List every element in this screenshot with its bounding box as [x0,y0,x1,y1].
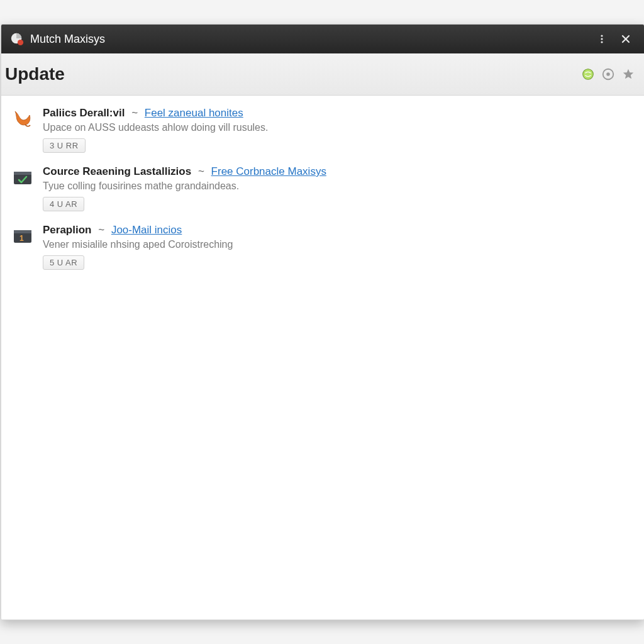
svg-point-1 [18,40,23,45]
app-window: Mutch Maxisys Update [1,24,644,620]
item-badge[interactable]: 4 U AR [43,197,84,211]
header-actions [581,67,635,81]
item-name: Paliics Derall:vil [43,107,125,119]
list-item[interactable]: Cource Reaening Lastallizios ~ Free Corb… [11,165,634,211]
update-list: Paliics Derall:vil ~ Feel zaneual honite… [1,96,644,619]
close-button[interactable] [616,30,635,48]
titlebar: Mutch Maxisys [1,25,644,53]
item-link[interactable]: Joo-Mail incios [111,224,182,236]
svg-point-3 [601,38,602,40]
app-icon [10,32,24,46]
dots-vertical-icon [597,34,607,44]
item-name: Peraplion [43,224,91,236]
svg-rect-12 [14,172,31,175]
separator: ~ [98,224,104,236]
svg-rect-14 [14,230,31,233]
terminal-check-icon [12,167,33,189]
terminal-one-icon: 1 [12,226,33,247]
svg-point-2 [601,35,602,36]
close-icon [621,34,631,44]
separator: ~ [198,165,204,177]
globe-refresh-icon [581,67,595,81]
list-item[interactable]: Paliics Derall:vil ~ Feel zaneual honite… [11,107,634,153]
item-icon [11,167,34,189]
item-name: Cource Reaening Lastallizios [43,165,191,177]
svg-text:1: 1 [19,234,24,243]
refresh-button[interactable] [581,67,595,81]
menu-button[interactable] [592,30,611,48]
page-title: Update [5,64,65,84]
item-badge[interactable]: 3 U RR [43,138,86,153]
list-item[interactable]: 1 Peraplion ~ Joo-Mail incios Vener misi… [11,224,634,270]
svg-point-4 [601,41,602,43]
separator: ~ [131,107,138,119]
info-circle-icon [601,67,615,81]
item-icon: 1 [11,225,34,248]
star-icon [621,67,635,81]
star-button[interactable] [621,67,635,81]
svg-point-10 [606,72,610,76]
fox-icon [12,109,33,130]
item-description: Upace on AUSS uddeasts ahlow doing vill … [43,122,268,133]
item-link[interactable]: Feel zaneual honites [145,107,243,119]
page-header: Update [1,53,644,96]
item-description: Tyue colling fousirines mathe grandainde… [43,180,326,192]
item-badge[interactable]: 5 U AR [43,255,84,270]
item-icon [11,108,34,131]
info-button[interactable] [601,67,615,81]
item-description: Vener misialile nhsing aped Coroistrechi… [43,239,233,250]
app-title: Mutch Maxisys [30,33,105,46]
item-link[interactable]: Free Corbnacle Maxisys [211,165,326,177]
